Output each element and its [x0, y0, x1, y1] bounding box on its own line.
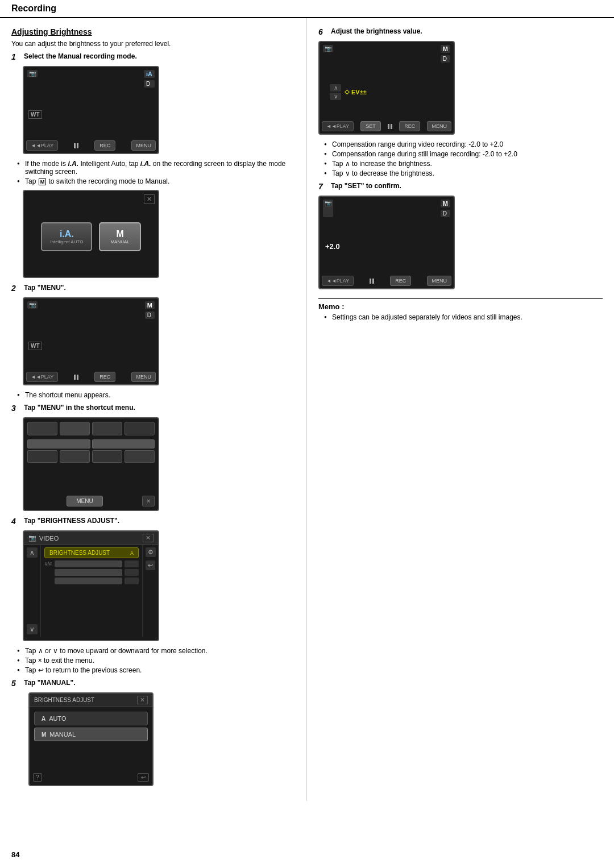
step1-bullets: If the mode is i.A. Intelligent Auto, ta… [11, 160, 295, 185]
cam-icon-video: 📷 [28, 534, 36, 542]
cam-menu-btn-1[interactable]: MENU [131, 140, 156, 151]
cam-ia-indicator: iA [144, 70, 155, 78]
shortcut-btn-3[interactable] [92, 422, 122, 435]
step6-num: 6 [318, 27, 327, 36]
auto-option[interactable]: A AUTO [34, 712, 148, 725]
cam-menu-btn-2[interactable]: MENU [131, 372, 156, 382]
shortcut-screen: MENU ✕ [23, 417, 159, 511]
setrec-screen: 📷 M D ∧ ∨ ◇ EV±± [318, 41, 455, 135]
step6-bullet1: Compensation range during video recordin… [324, 140, 603, 148]
step1-num: 1 [11, 52, 20, 61]
up-arrow-btn[interactable]: ∧ [27, 547, 38, 558]
video-menu-screen: 📷 VIDEO ✕ ∧ ∨ BRIGHTNESS ADJUST [23, 530, 159, 641]
auto-icon: A [42, 716, 45, 722]
step4-bullet2: Tap × to exit the menu. [17, 657, 295, 665]
brightness-close-icon[interactable]: ✕ [137, 696, 148, 704]
confirmed-top: 📷 M D [320, 197, 454, 217]
step2-bullets: The shortcut menu appears. [11, 391, 295, 399]
video-menu-items: BRIGHTNESS ADJUST A #/# [41, 545, 142, 637]
down-arrow[interactable]: ∨ [330, 93, 341, 100]
step6-text: Adjust the brightness value. [331, 27, 603, 35]
gear-icon[interactable]: ⚙ [146, 547, 156, 557]
shortcut-close-btn[interactable]: ✕ [142, 496, 155, 506]
setrec-m-icon: M [441, 45, 450, 53]
setrec-menu-btn[interactable]: MENU [427, 121, 451, 131]
shortcut-btn-1[interactable] [27, 422, 57, 435]
cam-bottom-bar-1: ◄◄PLAY REC MENU [24, 140, 158, 153]
cam-d-icon-1: D [144, 80, 155, 88]
step1-label: 1 Select the Manual recording mode. [11, 52, 295, 61]
help-icon[interactable]: ? [33, 773, 42, 782]
step7-text: Tap "SET" to confirm. [331, 182, 603, 190]
cam-icon-person: 📷 [27, 70, 38, 77]
video-menu-header: 📷 VIDEO ✕ [24, 531, 158, 545]
step6-bullet3: Tap ∧ to increase the brightness. [324, 160, 603, 168]
section-title: Adjusting Brightness [11, 27, 295, 36]
cam-top-bar-1: 📷 iA D [24, 67, 158, 88]
video-label: VIDEO [39, 535, 59, 542]
memo-bullets: Settings can be adjusted separately for … [318, 313, 603, 321]
diamond-icon: ◇ [345, 88, 349, 95]
cam-play-btn-1[interactable]: ◄◄PLAY [26, 140, 58, 151]
shortcut-menu-btn[interactable]: MENU [67, 496, 102, 506]
step4-num: 4 [11, 517, 20, 526]
return-icon[interactable]: ↩ [146, 560, 155, 570]
cam-m-indicator: M [145, 301, 155, 309]
shortcut-bottom-row: MENU ✕ [27, 496, 155, 506]
video-menu-content: ∧ ∨ BRIGHTNESS ADJUST A #/# [24, 545, 158, 637]
brightness-adjust-item[interactable]: BRIGHTNESS ADJUST A [44, 547, 139, 558]
mode-m-button[interactable]: M MANUAL [99, 222, 140, 251]
cam-bottom-bar-2: ◄◄PLAY REC MENU [24, 372, 158, 384]
step1-bullet1: If the mode is i.A. Intelligent Auto, ta… [17, 160, 295, 176]
cam-icon-person-2: 📷 [27, 301, 38, 309]
confirmed-rec-btn[interactable]: REC [390, 276, 411, 286]
step4-bullet1: Tap ∧ or ∨ to move upward or downward fo… [17, 647, 295, 655]
cam-screen-2: 📷 M D WT ◄◄PLAY REC MENU [23, 297, 159, 385]
brightness-header-text: BRIGHTNESS ADJUST [34, 697, 94, 703]
setrec-brightness-val: ◇ EV±± [345, 88, 367, 95]
brightness-header: BRIGHTNESS ADJUST ✕ [30, 693, 152, 707]
shortcut-btn-4[interactable] [125, 422, 155, 435]
auto-label: AUTO [49, 715, 66, 722]
main-columns: Adjusting Brightness You can adjust the … [0, 18, 614, 801]
col-right: 6 Adjust the brightness value. 📷 M D ∧ [307, 18, 614, 801]
back-icon[interactable]: ↩ [138, 773, 149, 782]
mode-close-icon[interactable]: ✕ [144, 194, 155, 204]
step6-bullets: Compensation range during video recordin… [318, 140, 603, 177]
up-arrow[interactable]: ∧ [330, 84, 341, 92]
confirmed-m-icon: M [441, 200, 450, 207]
memo-bullet1: Settings can be adjusted separately for … [324, 313, 603, 321]
manual-option[interactable]: M MANUAL [34, 728, 148, 741]
mode-ia-button[interactable]: i.A. Intelligent AUTO [41, 222, 92, 251]
step3-text: Tap "MENU" in the shortcut menu. [24, 404, 295, 412]
confirmed-val: +2.0 [320, 238, 454, 255]
step2-label: 2 Tap "MENU". [11, 284, 295, 293]
step2-text: Tap "MENU". [24, 284, 295, 292]
item-bar-4b [125, 578, 139, 584]
cam-screen-1: 📷 iA D WT ◄◄PLAY REC MENU [23, 66, 159, 154]
video-menu-close-icon[interactable]: ✕ [143, 534, 154, 542]
cam-rec-btn-1[interactable]: REC [94, 140, 115, 151]
mode-buttons: i.A. Intelligent AUTO M MANUAL [41, 222, 140, 251]
cam-play-btn-2[interactable]: ◄◄PLAY [26, 372, 58, 382]
step3-num: 3 [11, 404, 20, 413]
setrec-rec-btn[interactable]: REC [399, 121, 420, 131]
confirmed-menu-btn[interactable]: MENU [427, 276, 451, 286]
cam-top-bar-2: 📷 M D [24, 298, 158, 319]
setrec-play-btn[interactable]: ◄◄PLAY [322, 121, 354, 131]
cam-rec-btn-2[interactable]: REC [94, 372, 115, 382]
page-title: Recording [11, 3, 56, 13]
step7-label: 7 Tap "SET" to confirm. [318, 182, 603, 191]
setrec-set-btn[interactable]: SET [360, 121, 381, 131]
item-bar-4 [55, 578, 122, 584]
page-header: Recording [0, 0, 614, 18]
step4-bullet3: Tap ↩ to return to the previous screen. [17, 666, 295, 674]
confirmed-cam-icon: 📷 [323, 200, 333, 217]
manual-icon: M [42, 732, 46, 738]
step5-text: Tap "MANUAL". [24, 679, 295, 687]
shortcut-btn-2[interactable] [60, 422, 90, 435]
setrec-bottom: ◄◄PLAY SET REC MENU [320, 121, 454, 134]
cam-wt-2: WT [28, 342, 42, 350]
down-arrow-btn[interactable]: ∨ [27, 624, 38, 634]
confirmed-play-btn[interactable]: ◄◄PLAY [322, 276, 354, 286]
